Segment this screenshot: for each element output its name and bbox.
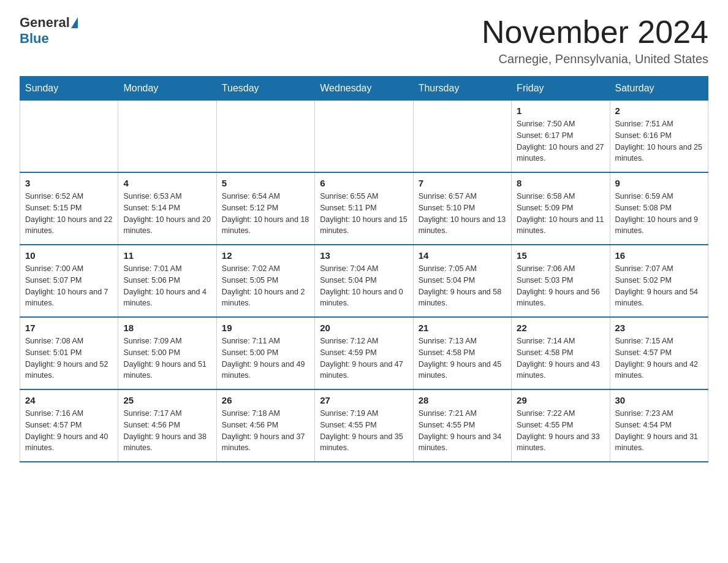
calendar-cell: 11Sunrise: 7:01 AMSunset: 5:06 PMDayligh… (118, 245, 216, 317)
calendar-cell: 10Sunrise: 7:00 AMSunset: 5:07 PMDayligh… (20, 245, 118, 317)
day-info: Sunrise: 7:23 AMSunset: 4:54 PMDaylight:… (615, 408, 703, 454)
day-number: 14 (419, 250, 506, 261)
day-info: Sunrise: 7:50 AMSunset: 6:17 PMDaylight:… (517, 118, 604, 164)
day-info: Sunrise: 7:19 AMSunset: 4:55 PMDaylight:… (320, 408, 408, 454)
calendar-cell: 26Sunrise: 7:18 AMSunset: 4:56 PMDayligh… (216, 389, 314, 462)
calendar-cell: 16Sunrise: 7:07 AMSunset: 5:02 PMDayligh… (610, 245, 708, 317)
calendar-cell: 3Sunrise: 6:52 AMSunset: 5:15 PMDaylight… (20, 172, 118, 245)
day-number: 17 (25, 323, 113, 333)
day-number: 27 (320, 395, 408, 405)
calendar-cell: 6Sunrise: 6:55 AMSunset: 5:11 PMDaylight… (315, 172, 413, 245)
day-info: Sunrise: 7:21 AMSunset: 4:55 PMDaylight:… (419, 408, 506, 454)
day-number: 21 (419, 323, 506, 333)
calendar-cell: 14Sunrise: 7:05 AMSunset: 5:04 PMDayligh… (413, 245, 511, 317)
day-number: 11 (123, 250, 211, 261)
calendar-week-row: 24Sunrise: 7:16 AMSunset: 4:57 PMDayligh… (20, 389, 708, 462)
month-title: November 2024 (482, 15, 708, 50)
day-info: Sunrise: 7:05 AMSunset: 5:04 PMDaylight:… (419, 263, 506, 309)
day-info: Sunrise: 7:13 AMSunset: 4:58 PMDaylight:… (419, 335, 506, 381)
calendar-cell (20, 101, 118, 173)
calendar-week-row: 1Sunrise: 7:50 AMSunset: 6:17 PMDaylight… (20, 101, 708, 173)
day-info: Sunrise: 7:18 AMSunset: 4:56 PMDaylight:… (222, 408, 309, 454)
day-number: 23 (615, 323, 703, 333)
calendar-cell (413, 101, 511, 173)
calendar-body: 1Sunrise: 7:50 AMSunset: 6:17 PMDaylight… (20, 101, 708, 462)
logo-general-text: General (20, 15, 70, 31)
day-number: 4 (123, 178, 211, 188)
day-number: 10 (25, 250, 113, 261)
calendar-cell: 13Sunrise: 7:04 AMSunset: 5:04 PMDayligh… (315, 245, 413, 317)
calendar-cell: 17Sunrise: 7:08 AMSunset: 5:01 PMDayligh… (20, 317, 118, 389)
calendar-cell (118, 101, 216, 173)
day-number: 6 (320, 178, 408, 188)
day-info: Sunrise: 7:22 AMSunset: 4:55 PMDaylight:… (517, 408, 604, 454)
day-info: Sunrise: 7:02 AMSunset: 5:05 PMDaylight:… (222, 263, 309, 309)
col-sunday: Sunday (20, 77, 118, 101)
calendar-cell: 27Sunrise: 7:19 AMSunset: 4:55 PMDayligh… (315, 389, 413, 462)
day-number: 28 (419, 395, 506, 405)
day-number: 7 (419, 178, 506, 188)
day-number: 20 (320, 323, 408, 333)
day-number: 3 (25, 178, 113, 188)
calendar-cell: 21Sunrise: 7:13 AMSunset: 4:58 PMDayligh… (413, 317, 511, 389)
col-friday: Friday (512, 77, 610, 101)
calendar-cell: 18Sunrise: 7:09 AMSunset: 5:00 PMDayligh… (118, 317, 216, 389)
calendar-week-row: 17Sunrise: 7:08 AMSunset: 5:01 PMDayligh… (20, 317, 708, 389)
day-info: Sunrise: 7:06 AMSunset: 5:03 PMDaylight:… (517, 263, 604, 309)
calendar-cell: 4Sunrise: 6:53 AMSunset: 5:14 PMDaylight… (118, 172, 216, 245)
calendar-cell: 28Sunrise: 7:21 AMSunset: 4:55 PMDayligh… (413, 389, 511, 462)
days-of-week-row: Sunday Monday Tuesday Wednesday Thursday… (20, 77, 708, 101)
day-info: Sunrise: 6:54 AMSunset: 5:12 PMDaylight:… (222, 191, 309, 237)
day-info: Sunrise: 7:16 AMSunset: 4:57 PMDaylight:… (25, 408, 113, 454)
day-number: 30 (615, 395, 703, 405)
col-monday: Monday (118, 77, 216, 101)
day-number: 5 (222, 178, 309, 188)
calendar-header: Sunday Monday Tuesday Wednesday Thursday… (20, 77, 708, 101)
logo-blue-text: Blue (20, 31, 49, 46)
day-info: Sunrise: 7:08 AMSunset: 5:01 PMDaylight:… (25, 335, 113, 381)
logo-triangle-icon (71, 17, 78, 28)
day-number: 25 (123, 395, 211, 405)
calendar-cell: 15Sunrise: 7:06 AMSunset: 5:03 PMDayligh… (512, 245, 610, 317)
page-header: General Blue November 2024 Carnegie, Pen… (20, 15, 708, 66)
calendar-cell: 30Sunrise: 7:23 AMSunset: 4:54 PMDayligh… (610, 389, 708, 462)
calendar-cell: 24Sunrise: 7:16 AMSunset: 4:57 PMDayligh… (20, 389, 118, 462)
calendar-cell: 25Sunrise: 7:17 AMSunset: 4:56 PMDayligh… (118, 389, 216, 462)
calendar-cell: 7Sunrise: 6:57 AMSunset: 5:10 PMDaylight… (413, 172, 511, 245)
logo: General Blue (20, 15, 79, 47)
day-number: 16 (615, 250, 703, 261)
calendar-table: Sunday Monday Tuesday Wednesday Thursday… (20, 76, 708, 462)
day-info: Sunrise: 7:15 AMSunset: 4:57 PMDaylight:… (615, 335, 703, 381)
day-info: Sunrise: 6:55 AMSunset: 5:11 PMDaylight:… (320, 191, 408, 237)
day-info: Sunrise: 7:01 AMSunset: 5:06 PMDaylight:… (123, 263, 211, 309)
day-info: Sunrise: 6:57 AMSunset: 5:10 PMDaylight:… (419, 191, 506, 237)
calendar-cell (315, 101, 413, 173)
calendar-cell: 19Sunrise: 7:11 AMSunset: 5:00 PMDayligh… (216, 317, 314, 389)
day-info: Sunrise: 6:59 AMSunset: 5:08 PMDaylight:… (615, 191, 703, 237)
col-saturday: Saturday (610, 77, 708, 101)
day-info: Sunrise: 6:52 AMSunset: 5:15 PMDaylight:… (25, 191, 113, 237)
day-number: 15 (517, 250, 604, 261)
calendar-cell: 20Sunrise: 7:12 AMSunset: 4:59 PMDayligh… (315, 317, 413, 389)
day-number: 8 (517, 178, 604, 188)
day-number: 13 (320, 250, 408, 261)
calendar-cell (216, 101, 314, 173)
day-number: 22 (517, 323, 604, 333)
day-number: 24 (25, 395, 113, 405)
calendar-week-row: 3Sunrise: 6:52 AMSunset: 5:15 PMDaylight… (20, 172, 708, 245)
day-info: Sunrise: 7:11 AMSunset: 5:00 PMDaylight:… (222, 335, 309, 381)
day-number: 26 (222, 395, 309, 405)
day-number: 2 (615, 105, 703, 116)
col-wednesday: Wednesday (315, 77, 413, 101)
calendar-cell: 29Sunrise: 7:22 AMSunset: 4:55 PMDayligh… (512, 389, 610, 462)
day-info: Sunrise: 7:04 AMSunset: 5:04 PMDaylight:… (320, 263, 408, 309)
calendar-cell: 2Sunrise: 7:51 AMSunset: 6:16 PMDaylight… (610, 101, 708, 173)
day-number: 9 (615, 178, 703, 188)
day-number: 1 (517, 105, 604, 116)
day-info: Sunrise: 7:09 AMSunset: 5:00 PMDaylight:… (123, 335, 211, 381)
location-subtitle: Carnegie, Pennsylvania, United States (482, 52, 708, 66)
day-info: Sunrise: 7:12 AMSunset: 4:59 PMDaylight:… (320, 335, 408, 381)
calendar-cell: 5Sunrise: 6:54 AMSunset: 5:12 PMDaylight… (216, 172, 314, 245)
day-number: 19 (222, 323, 309, 333)
day-info: Sunrise: 7:00 AMSunset: 5:07 PMDaylight:… (25, 263, 113, 309)
